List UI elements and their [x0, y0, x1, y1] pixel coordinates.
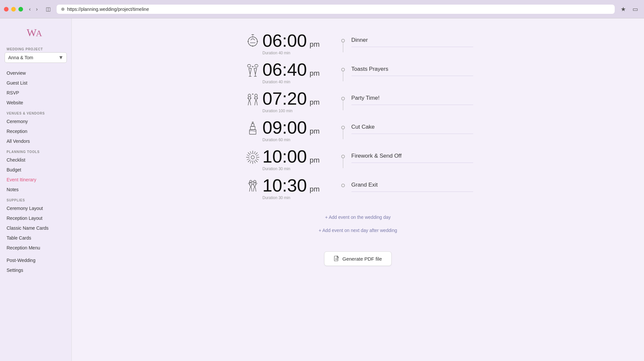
- maximize-button[interactable]: [18, 7, 23, 12]
- party-connector-line: [343, 100, 343, 110]
- sidebar-item-ceremony-layout[interactable]: Ceremony Layout: [0, 203, 71, 213]
- firework-label: Firework & Send Off: [351, 153, 473, 163]
- party-label-col: Party Time!: [351, 90, 473, 105]
- event-dinner: 06:00 pm Duration 40 min Dinner: [243, 32, 473, 55]
- cake-time-value: 09:00: [263, 118, 307, 136]
- browser-actions: ★ ▭: [619, 5, 640, 13]
- sidebar-toggle-button[interactable]: ◫: [44, 5, 53, 13]
- cake-ampm: pm: [310, 128, 320, 135]
- svg-line-35: [256, 159, 259, 160]
- firework-icon: [244, 149, 261, 166]
- security-icon: [61, 8, 64, 11]
- firework-label-col: Firework & Send Off: [351, 147, 473, 163]
- sidebar-item-classic-name-cards[interactable]: Classic Name Cards: [0, 223, 71, 233]
- dinner-icon-wrapper: [243, 32, 263, 51]
- toasts-time-value: 06:40: [263, 61, 307, 78]
- add-next-day-button[interactable]: + Add event on next day after wedding: [243, 225, 473, 236]
- close-button[interactable]: [4, 7, 9, 12]
- split-view-button[interactable]: ▭: [631, 5, 640, 13]
- svg-line-41: [254, 161, 255, 163]
- sidebar-item-overview[interactable]: Overview: [0, 68, 71, 78]
- sidebar-item-table-cards[interactable]: Table Cards: [0, 233, 71, 243]
- exit-time-value: 10:30: [263, 176, 307, 194]
- back-button[interactable]: ‹: [27, 6, 33, 13]
- bookmark-button[interactable]: ★: [619, 5, 628, 13]
- add-wedding-day-button[interactable]: + Add event on the wedding day: [243, 212, 473, 222]
- firework-icon-wrapper: [243, 147, 263, 167]
- svg-line-37: [250, 161, 251, 163]
- sidebar-item-website[interactable]: Website: [0, 98, 71, 108]
- sidebar-item-ceremony[interactable]: Ceremony: [0, 116, 71, 126]
- firework-connector-line: [343, 158, 343, 168]
- forward-button[interactable]: ›: [34, 6, 39, 13]
- party-time-value: 07:20: [263, 90, 307, 107]
- exit-connector: [335, 176, 351, 187]
- svg-line-40: [250, 151, 251, 154]
- cake-time: 09:00 pm: [263, 118, 335, 136]
- sidebar-item-rsvp[interactable]: RSVP: [0, 88, 71, 98]
- svg-line-38: [256, 155, 259, 156]
- exit-icon: [244, 178, 261, 195]
- event-cake: 09:00 pm Duration 60 min Cut Cake: [243, 118, 473, 142]
- exit-time-wrapper: 10:30 pm Duration 30 min: [263, 176, 335, 200]
- main-content: 06:00 pm Duration 40 min Dinner: [72, 18, 644, 361]
- dinner-time-ampm: pm: [310, 41, 320, 48]
- exit-dot: [341, 184, 345, 187]
- timeline: 06:00 pm Duration 40 min Dinner: [243, 32, 473, 266]
- svg-line-32: [255, 153, 257, 155]
- sidebar-item-event-itinerary[interactable]: Event Itinerary: [0, 175, 71, 185]
- sidebar-item-all-vendors[interactable]: All Vendors: [0, 136, 71, 146]
- firework-time: 10:00 pm: [263, 147, 335, 165]
- exit-time: 10:30 pm: [263, 176, 335, 194]
- logo-icon: W A: [26, 25, 46, 38]
- project-selector: Anna & Tom ▼: [5, 52, 67, 63]
- svg-line-36: [254, 151, 255, 154]
- cake-time-wrapper: 09:00 pm Duration 60 min: [263, 118, 335, 142]
- sidebar-item-guest-list[interactable]: Guest List: [0, 78, 71, 88]
- svg-line-39: [247, 159, 249, 160]
- app-layout: W A WEDDING PROJECT Anna & Tom ▼ Overvie…: [0, 18, 644, 361]
- toasts-duration: Duration 40 min: [263, 80, 335, 84]
- traffic-lights: [4, 7, 23, 12]
- cake-icon-wrapper: [243, 118, 263, 138]
- svg-rect-16: [255, 64, 258, 67]
- firework-time-wrapper: 10:00 pm Duration 30 min: [263, 147, 335, 171]
- dinner-time-wrapper: 06:00 pm Duration 40 min: [263, 32, 335, 55]
- cake-duration: Duration 60 min: [263, 138, 335, 142]
- sidebar-item-reception[interactable]: Reception: [0, 126, 71, 136]
- exit-icon-wrapper: [243, 176, 263, 196]
- toasts-dot: [341, 68, 345, 71]
- sidebar-item-reception-menu[interactable]: Reception Menu: [0, 243, 71, 253]
- toasts-connector: [335, 61, 351, 81]
- url-bar[interactable]: https://planning.wedding/project/timelin…: [57, 5, 615, 14]
- exit-label-col: Grand Exit: [351, 176, 473, 192]
- generate-pdf-section: Generate PDF file: [243, 244, 473, 266]
- party-ampm: pm: [310, 99, 320, 106]
- dinner-time: 06:00 pm: [263, 32, 335, 49]
- event-firework: 10:00 pm Duration 30 min Firework & Send…: [243, 147, 473, 171]
- exit-duration: Duration 30 min: [263, 195, 335, 200]
- sidebar-item-reception-layout[interactable]: Reception Layout: [0, 213, 71, 223]
- svg-point-17: [248, 94, 251, 97]
- svg-line-30: [248, 153, 250, 155]
- sidebar-item-notes[interactable]: Notes: [0, 185, 71, 194]
- dinner-icon: [244, 33, 261, 50]
- toasts-time-wrapper: 06:40 pm Duration 40 min: [263, 61, 335, 84]
- svg-rect-23: [251, 124, 254, 126]
- sidebar-item-budget[interactable]: Budget: [0, 165, 71, 175]
- svg-line-31: [255, 160, 257, 162]
- minimize-button[interactable]: [11, 7, 16, 12]
- party-dot: [341, 97, 345, 100]
- supplies-section-label: SUPPLIES: [0, 194, 71, 203]
- firework-ampm: pm: [310, 157, 320, 164]
- sidebar-item-checklist[interactable]: Checklist: [0, 155, 71, 165]
- generate-pdf-button[interactable]: Generate PDF file: [324, 251, 391, 266]
- cake-icon: [244, 120, 261, 137]
- party-connector: [335, 90, 351, 110]
- sidebar-item-post-wedding[interactable]: Post-Wedding: [0, 255, 71, 265]
- project-select[interactable]: Anna & Tom: [5, 52, 67, 63]
- sidebar-item-settings[interactable]: Settings: [0, 265, 71, 275]
- svg-point-42: [251, 156, 254, 159]
- toasts-label-col: Toasts Prayers: [351, 61, 473, 76]
- toasts-time: 06:40 pm: [263, 61, 335, 78]
